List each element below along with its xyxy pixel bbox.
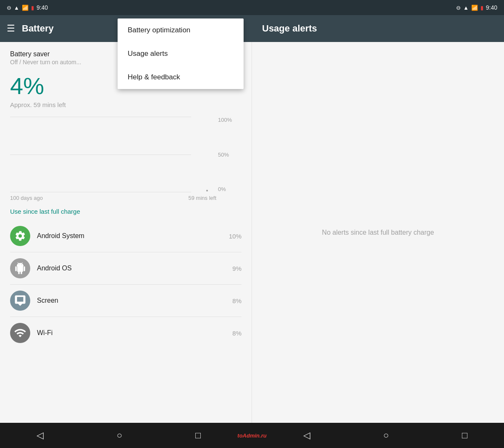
status-bar-left: ⊖ ▲ 📶 ▮ 9:40 (7, 4, 48, 11)
app-percent-android-system: 10% (229, 233, 242, 240)
battery-icon-right: ▮ (480, 5, 483, 11)
nav-section-left: ◁ ○ □ (0, 430, 237, 441)
chart-line-100 (10, 117, 191, 117)
chart-line-0 (10, 192, 191, 192)
usage-alerts-title: Usage alerts (262, 23, 317, 34)
app-list-item-android-system[interactable]: Android System 10% (10, 220, 242, 252)
watermark: toAdmin.ru (237, 432, 266, 439)
back-button-left[interactable]: ◁ (37, 430, 44, 441)
chart-label-0: 0% (218, 186, 226, 192)
status-time-left: 9:40 (37, 4, 48, 11)
use-since-charge-label: Use since last full charge (10, 208, 242, 215)
chart-time-end: 59 mins left (189, 195, 216, 201)
status-bar: ⊖ ▲ 📶 ▮ 9:40 ⊖ ▲ 📶 ▮ 9:40 (0, 0, 504, 15)
hamburger-menu-icon[interactable]: ☰ (7, 23, 15, 34)
minus-circle-icon: ⊖ (7, 5, 11, 11)
wifi-icon-right: ▲ (463, 5, 469, 11)
home-button-left[interactable]: ○ (117, 430, 122, 441)
minus-circle-icon-right: ⊖ (456, 5, 461, 11)
recent-button-right[interactable]: □ (462, 430, 467, 441)
chart-dot (206, 190, 208, 191)
battery-chart: 100% 50% 0% 100 days ago 59 mins left (10, 117, 242, 201)
app-name-android-os: Android OS (37, 265, 226, 272)
bottom-nav: ◁ ○ □ toAdmin.ru ◁ ○ □ (0, 423, 504, 448)
status-time-right: 9:40 (486, 4, 497, 11)
chart-time-labels: 100 days ago 59 mins left (10, 195, 242, 201)
android-system-icon (10, 226, 30, 246)
app-percent-android-os: 9% (232, 265, 242, 272)
app-list: Android System 10% Android OS 9% (10, 220, 242, 349)
dropdown-item-battery-optimization[interactable]: Battery optimization (118, 18, 244, 42)
app-percent-wifi: 8% (232, 330, 242, 337)
nav-section-right: ◁ ○ □ (267, 430, 504, 441)
app-bar-right: Usage alerts (252, 23, 504, 34)
dropdown-item-usage-alerts[interactable]: Usage alerts (118, 42, 244, 65)
wifi-app-icon (10, 323, 30, 343)
screen-icon (10, 291, 30, 311)
chart-bar-area (10, 117, 216, 192)
chart-line-50 (10, 155, 191, 155)
chart-labels: 100% 50% 0% (218, 117, 242, 192)
app-name-screen: Screen (37, 297, 226, 304)
chart-label-100: 100% (218, 117, 232, 123)
right-panel: No alerts since last full battery charge (252, 42, 504, 423)
app-name-android-system: Android System (37, 232, 222, 240)
battery-icon: ▮ (31, 5, 34, 11)
chart-label-50: 50% (218, 152, 229, 158)
app-bar-title: Battery (22, 23, 54, 34)
app-list-item-wifi[interactable]: Wi-Fi 8% (10, 317, 242, 349)
dropdown-item-help-feedback[interactable]: Help & feedback (118, 65, 244, 89)
main-content: Battery saver Off / Never turn on autom.… (0, 42, 504, 423)
app-name-wifi: Wi-Fi (37, 329, 226, 337)
battery-time-left: Approx. 59 mins left (10, 101, 242, 108)
home-button-right[interactable]: ○ (383, 430, 389, 441)
back-button-right[interactable]: ◁ (303, 430, 310, 441)
left-panel: Battery saver Off / Never turn on autom.… (0, 42, 252, 423)
app-bar: ☰ Battery Usage alerts Battery optimizat… (0, 15, 504, 42)
signal-icon-right: 📶 (471, 5, 478, 11)
recent-button-left[interactable]: □ (195, 430, 201, 441)
no-alerts-text: No alerts since last full battery charge (322, 229, 434, 236)
app-list-item-android-os[interactable]: Android OS 9% (10, 252, 242, 285)
wifi-icon: ▲ (14, 5, 19, 11)
chart-time-start: 100 days ago (10, 195, 43, 201)
chart-lines (10, 117, 191, 192)
app-percent-screen: 8% (232, 297, 242, 304)
android-os-icon (10, 258, 30, 278)
signal-icon: 📶 (22, 5, 29, 11)
app-list-item-screen[interactable]: Screen 8% (10, 285, 242, 317)
status-bar-right: ⊖ ▲ 📶 ▮ 9:40 (456, 4, 497, 11)
dropdown-menu: Battery optimization Usage alerts Help &… (118, 18, 244, 89)
